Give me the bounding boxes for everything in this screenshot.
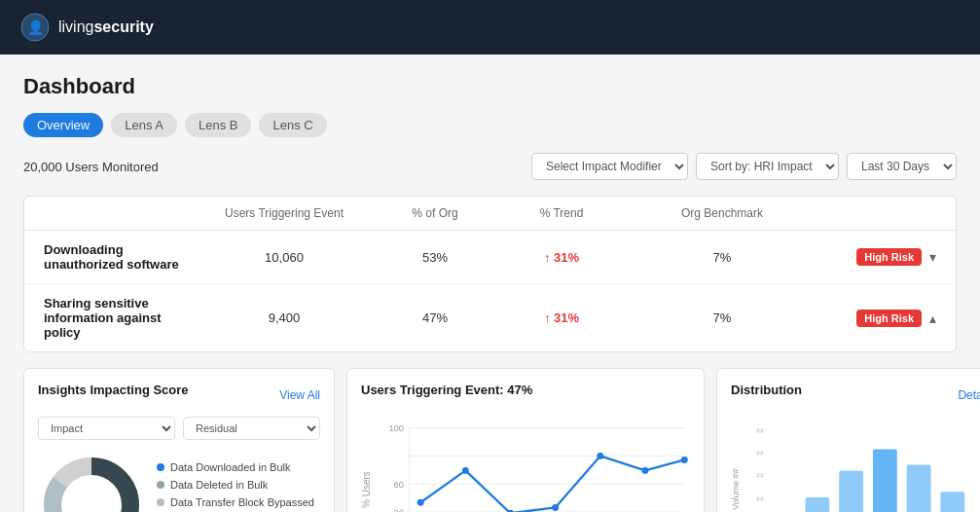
distribution-chart-container: Volume ## ## ## ## ## ## ##	[731, 417, 980, 512]
app-header: 👤 livingsecurity	[0, 0, 980, 55]
bottom-panels: Insights Impacting Score View All Impact…	[23, 368, 957, 512]
view-all-link[interactable]: View All	[279, 388, 320, 402]
legend-dot-3	[157, 498, 164, 506]
logo-text: livingsecurity	[58, 18, 154, 36]
distribution-chart-svg: ## ## ## ## ## ##	[743, 417, 980, 512]
row-event-name-1: Downloading unauthorized software	[44, 242, 197, 272]
svg-rect-43	[940, 492, 964, 512]
svg-point-22	[597, 453, 603, 459]
page-title: Dashboard	[23, 74, 957, 99]
line-chart-title: Users Triggering Event: 47%	[361, 383, 532, 397]
row-badge-2: High Risk ▴	[819, 310, 936, 327]
tab-overview[interactable]: Overview	[23, 113, 103, 137]
tab-lens-a[interactable]: Lens A	[111, 113, 177, 137]
high-risk-badge-1: High Risk	[856, 248, 922, 266]
row-badge-1: High Risk ▾	[819, 248, 936, 266]
details-link[interactable]: Details	[958, 388, 980, 402]
legend-label-3: Data Transfer Block Bypassed	[170, 496, 314, 508]
donut-legend: Data Downloaded in Bulk Data Deleted in …	[38, 452, 320, 512]
insights-panel: Insights Impacting Score View All Impact…	[23, 368, 335, 512]
row-expand-button-1[interactable]: ▾	[929, 249, 936, 265]
line-chart-svg: 100 60 20 0	[376, 417, 690, 512]
svg-point-21	[552, 504, 559, 511]
legend-dot-1	[157, 463, 164, 471]
legend-item-3: Data Transfer Block Bypassed	[157, 496, 314, 508]
svg-point-24	[681, 457, 688, 463]
svg-text:100: 100	[388, 423, 403, 433]
line-chart-container: % Users 100 60 20 0	[361, 417, 690, 512]
col-header-trend: % Trend	[498, 206, 625, 220]
distribution-panel-header: Distribution Details	[731, 383, 980, 407]
insights-panel-title: Insights Impacting Score	[38, 383, 189, 397]
svg-text:##: ##	[756, 449, 764, 458]
dist-y-axis-label: Volume ##	[731, 417, 741, 512]
svg-point-23	[641, 467, 648, 474]
main-content: Dashboard Overview Lens A Lens B Lens C …	[0, 55, 980, 512]
insights-panel-header: Insights Impacting Score View All	[38, 383, 320, 407]
svg-rect-42	[907, 465, 931, 512]
col-header-benchmark: Org Benchmark	[625, 206, 819, 220]
svg-rect-40	[839, 470, 863, 512]
distribution-panel: Distribution Details Volume ## ## ## ## …	[716, 368, 980, 512]
sort-by-select[interactable]: Sort by: HRI Impact	[696, 153, 839, 180]
tab-bar: Overview Lens A Lens B Lens C	[23, 113, 957, 137]
insights-dropdowns: Impact Residual	[38, 417, 320, 440]
svg-rect-41	[873, 449, 897, 512]
trend-arrow-up-icon: ↑	[544, 311, 551, 325]
y-axis-label: % Users	[361, 417, 372, 512]
users-monitored-count: 20,000 Users Monitored	[23, 160, 159, 174]
table-row: Sharing sensitive information against po…	[24, 284, 956, 351]
filter-controls: Select Impact Modifier Sort by: HRI Impa…	[531, 153, 957, 180]
high-risk-badge-2: High Risk	[856, 310, 922, 327]
trend-arrow-up-icon: ↑	[544, 250, 551, 265]
tab-lens-c[interactable]: Lens C	[259, 113, 326, 137]
row-pct-org-2: 47%	[372, 311, 498, 325]
row-trend-1: ↑ 31%	[498, 250, 625, 265]
svg-point-19	[462, 467, 469, 474]
svg-text:👤: 👤	[27, 19, 45, 36]
date-range-select[interactable]: Last 30 Days	[847, 153, 957, 180]
col-header-users: Users Triggering Event	[197, 206, 372, 220]
tab-lens-b[interactable]: Lens B	[185, 113, 251, 137]
filters-row: 20,000 Users Monitored Select Impact Mod…	[23, 153, 957, 180]
legend-dot-2	[157, 481, 164, 489]
table-row: Downloading unauthorized software 10,060…	[24, 231, 956, 284]
row-users-2: 9,400	[197, 311, 372, 325]
legend-item-1: Data Downloaded in Bulk	[157, 461, 314, 473]
line-chart-panel: Users Triggering Event: 47% % Users 100 …	[346, 368, 705, 512]
svg-rect-39	[806, 497, 830, 512]
legend-items: Data Downloaded in Bulk Data Deleted in …	[157, 452, 314, 512]
table-header: Users Triggering Event % of Org % Trend …	[24, 197, 956, 231]
svg-text:20: 20	[394, 508, 404, 512]
line-chart-header: Users Triggering Event: 47%	[361, 383, 690, 407]
donut-chart	[38, 452, 145, 512]
row-benchmark-1: 7%	[625, 250, 819, 265]
impact-modifier-select[interactable]: Select Impact Modifier	[531, 153, 688, 180]
legend-label-2: Data Deleted in Bulk	[170, 479, 268, 491]
legend-item-2: Data Deleted in Bulk	[157, 479, 314, 491]
events-table: Users Triggering Event % of Org % Trend …	[23, 196, 957, 352]
logo-icon: 👤	[19, 12, 51, 43]
legend-label-1: Data Downloaded in Bulk	[170, 461, 291, 473]
col-header-pct-org: % of Org	[372, 206, 498, 220]
row-trend-2: ↑ 31%	[498, 311, 625, 325]
svg-text:##: ##	[756, 494, 764, 503]
svg-text:##: ##	[756, 471, 764, 481]
col-header-name	[44, 206, 197, 220]
insights-residual-select[interactable]: Residual	[183, 417, 320, 440]
insights-impact-select[interactable]: Impact	[38, 417, 175, 440]
row-benchmark-2: 7%	[625, 311, 819, 325]
logo: 👤 livingsecurity	[19, 12, 154, 43]
distribution-title: Distribution	[731, 383, 802, 397]
row-expand-button-2[interactable]: ▴	[929, 311, 936, 326]
col-header-risk	[819, 206, 936, 220]
row-users-1: 10,060	[197, 250, 372, 265]
svg-text:##: ##	[756, 426, 764, 436]
row-event-name-2: Sharing sensitive information against po…	[44, 296, 197, 340]
row-pct-org-1: 53%	[372, 250, 498, 265]
svg-text:60: 60	[394, 480, 404, 490]
svg-point-18	[417, 499, 424, 506]
